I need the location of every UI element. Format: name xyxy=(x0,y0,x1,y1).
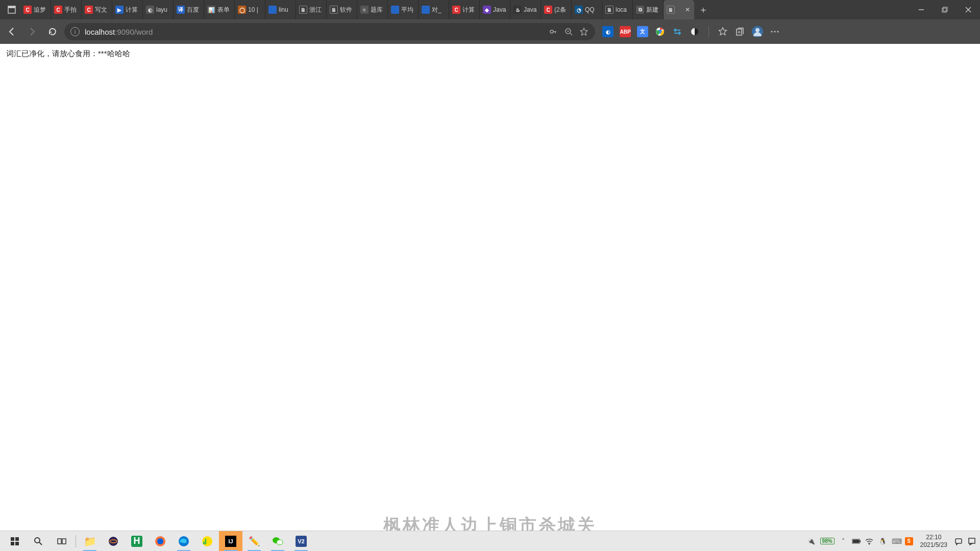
tab-17[interactable]: C(2条 xyxy=(541,0,572,19)
extension-sync-icon[interactable] xyxy=(672,26,683,37)
favicon-icon: C xyxy=(544,6,552,14)
tray-wifi-icon[interactable] xyxy=(865,538,874,545)
taskbar-qqmusic[interactable] xyxy=(195,531,219,552)
tray-ime-icon[interactable]: ⌨ xyxy=(892,537,901,545)
svg-point-33 xyxy=(157,538,163,544)
tab-14[interactable]: C计算 xyxy=(449,0,480,19)
tray-battery-icon[interactable] xyxy=(852,538,861,544)
start-button[interactable] xyxy=(3,531,27,552)
tab-13[interactable]: 🐾对_ xyxy=(419,0,449,19)
collections-button[interactable] xyxy=(734,26,746,37)
window-minimize-button[interactable] xyxy=(910,0,933,19)
svg-rect-29 xyxy=(62,539,66,544)
taskbar-explorer[interactable]: 📁 xyxy=(78,531,102,552)
extension-translate-icon[interactable]: 文 xyxy=(637,26,648,37)
svg-rect-43 xyxy=(969,538,975,543)
extension-chrome-icon[interactable] xyxy=(654,26,666,37)
tab-label: linu xyxy=(279,6,292,13)
search-icon xyxy=(34,537,43,546)
taskbar-hbuilder[interactable]: H xyxy=(125,531,149,552)
extension-tampermonkey-icon[interactable]: ◐ xyxy=(602,26,614,37)
tab-1[interactable]: C手拍 xyxy=(51,0,82,19)
reload-icon xyxy=(48,27,57,36)
password-key-icon[interactable] xyxy=(548,28,558,36)
favorites-button[interactable] xyxy=(717,26,728,37)
tab-15[interactable]: ◆Java xyxy=(480,0,510,19)
favicon-icon: 🐾 xyxy=(422,6,430,14)
task-view-button[interactable] xyxy=(50,531,74,552)
tab-label: Java xyxy=(493,6,507,13)
tab-12[interactable]: 🐾平均 xyxy=(388,0,419,19)
favicon-icon: 🗎 xyxy=(299,6,307,14)
qqmusic-icon xyxy=(202,536,213,547)
watermark-text: 枫林准人边上铜市杀城关 xyxy=(383,516,597,531)
tab-7[interactable]: ◯10 | xyxy=(235,0,265,19)
taskbar-notepad[interactable]: ✏️ xyxy=(242,531,266,552)
arrow-left-icon xyxy=(7,27,16,36)
tab-label: 浙江 xyxy=(309,6,323,14)
tab-9[interactable]: 🗎浙江 xyxy=(296,0,327,19)
svg-rect-28 xyxy=(58,539,61,544)
hbuilder-icon: H xyxy=(131,536,142,547)
taskbar-intellij[interactable]: IJ xyxy=(219,531,242,552)
tab-19[interactable]: 🗎loca xyxy=(602,0,633,19)
page-body-text: 词汇已净化，请放心食用：***哈哈哈 xyxy=(0,44,980,64)
favicon-icon: ≡ xyxy=(360,6,369,14)
tab-16[interactable]: ♨Java xyxy=(510,0,541,19)
favicon-icon: C xyxy=(23,6,32,14)
back-button[interactable] xyxy=(3,23,20,40)
reload-button[interactable] xyxy=(44,23,61,40)
tab-20[interactable]: ⧉新建 xyxy=(633,0,664,19)
tab-8[interactable]: 🐾linu xyxy=(265,0,296,19)
favicon-icon: 🗎 xyxy=(330,6,338,14)
tray-battery[interactable]: 98% xyxy=(820,538,835,544)
tab-5[interactable]: 译百度 xyxy=(174,0,204,19)
tab-11[interactable]: ≡题库 xyxy=(357,0,388,19)
tab-18[interactable]: ◔QQ xyxy=(572,0,602,19)
taskbar-firefox[interactable] xyxy=(149,531,172,552)
tab-tasks-button[interactable] xyxy=(3,0,20,19)
window-close-button[interactable] xyxy=(957,0,980,19)
tab-active[interactable]: 🗎 ✕ xyxy=(664,0,694,19)
taskbar-wechat[interactable] xyxy=(266,531,289,552)
tab-label: 手拍 xyxy=(64,6,78,14)
tray-qq-icon[interactable]: 🐧 xyxy=(878,538,888,545)
tab-3[interactable]: ▶计算 xyxy=(112,0,143,19)
favicon-icon: ⧉ xyxy=(636,6,644,14)
new-tab-button[interactable]: ＋ xyxy=(694,0,713,19)
favicon-icon: 🗎 xyxy=(605,6,614,14)
tab-label: (2条 xyxy=(554,6,568,14)
address-bar[interactable]: i localhost:9090/word xyxy=(64,23,595,40)
firefox-icon xyxy=(155,536,166,547)
taskbar-eclipse[interactable] xyxy=(102,531,125,552)
favicon-icon: 📊 xyxy=(207,6,215,14)
favorite-star-icon[interactable] xyxy=(579,28,589,36)
tab-2[interactable]: C写文 xyxy=(82,0,112,19)
svg-line-27 xyxy=(39,542,42,545)
tray-sogou-icon[interactable]: S xyxy=(905,537,913,545)
window-maximize-button[interactable] xyxy=(933,0,957,19)
windows-icon xyxy=(10,537,19,546)
taskbar-vnc[interactable]: V2 xyxy=(289,531,313,552)
tray-notifications-icon[interactable] xyxy=(968,537,977,545)
tray-message-icon[interactable] xyxy=(954,537,964,545)
tray-chevron-up-icon[interactable]: ˄ xyxy=(839,538,848,545)
tab-label: 软件 xyxy=(340,6,354,14)
search-button[interactable] xyxy=(27,531,50,552)
taskbar-edge[interactable] xyxy=(172,531,195,552)
extension-dark-icon[interactable] xyxy=(689,26,700,37)
site-info-icon[interactable]: i xyxy=(70,27,80,36)
tab-0[interactable]: C追梦 xyxy=(20,0,51,19)
tab-10[interactable]: 🗎软件 xyxy=(327,0,357,19)
tab-label: 题库 xyxy=(371,6,384,14)
tab-4[interactable]: ◐layu xyxy=(143,0,174,19)
profile-avatar[interactable] xyxy=(752,26,763,37)
menu-button[interactable] xyxy=(769,26,780,37)
tab-close-button[interactable]: ✕ xyxy=(685,6,691,13)
tray-clock[interactable]: 22:10 2021/5/23 xyxy=(917,534,950,548)
tab-6[interactable]: 📊表单 xyxy=(204,0,235,19)
zoom-icon[interactable] xyxy=(564,28,574,36)
extension-abp-icon[interactable]: ABP xyxy=(620,26,631,37)
tray-power-icon[interactable]: 🔌 xyxy=(807,538,816,545)
forward-button[interactable] xyxy=(23,23,41,40)
